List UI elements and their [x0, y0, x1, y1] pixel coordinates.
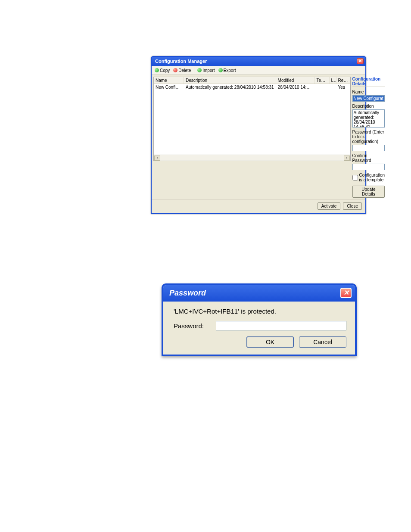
- pw-titlebar[interactable]: Password ✕: [163, 285, 355, 302]
- pw-body: 'LMC+IVC+Rot+IFB11' is protected. Passwo…: [163, 302, 355, 355]
- template-checkbox-row[interactable]: Configuration is a template: [352, 173, 385, 182]
- close-icon[interactable]: ✕: [357, 58, 364, 64]
- col-l[interactable]: L...: [330, 77, 336, 84]
- pw-message: 'LMC+IVC+Rot+IFB11' is protected.: [174, 308, 346, 315]
- col-template[interactable]: Templ...: [315, 77, 330, 84]
- cell-name: New Configuration: [154, 84, 184, 90]
- delete-button[interactable]: Delete: [172, 68, 192, 73]
- cm-titlebar[interactable]: Configuration Manager ✕: [152, 57, 365, 66]
- password-field[interactable]: [352, 145, 385, 151]
- copy-label: Copy: [160, 68, 170, 73]
- confirm-password-label: Confirm Password: [352, 153, 385, 163]
- table-row[interactable]: New Configuration Automatically generate…: [154, 84, 350, 90]
- configuration-details-panel: Configuration Details Name Description P…: [352, 77, 385, 198]
- config-grid[interactable]: Name Description Modified Templ... L... …: [153, 77, 351, 161]
- close-button[interactable]: Close: [343, 202, 362, 210]
- delete-label: Delete: [178, 68, 191, 73]
- password-label: Password (Enter to lock configuration): [352, 130, 385, 144]
- configuration-manager-window: Configuration Manager ✕ Copy Delete Impo…: [151, 56, 366, 214]
- confirm-password-field[interactable]: [352, 164, 385, 170]
- delete-icon: [173, 68, 177, 72]
- grid-header: Name Description Modified Templ... L... …: [154, 77, 350, 84]
- pw-input[interactable]: [216, 321, 346, 330]
- export-label: Export: [224, 68, 236, 73]
- cm-footer: Activate Close: [152, 199, 365, 213]
- template-checkbox[interactable]: [352, 175, 358, 180]
- update-details-button[interactable]: Update Details: [352, 186, 385, 198]
- col-read[interactable]: Read...: [336, 77, 350, 84]
- cm-toolbar: Copy Delete Import Export: [152, 66, 365, 75]
- name-label: Name: [352, 90, 385, 94]
- import-icon: [197, 68, 202, 72]
- copy-icon: [155, 68, 159, 72]
- pw-title-text: Password: [169, 289, 206, 298]
- cancel-button[interactable]: Cancel: [299, 336, 346, 348]
- col-description[interactable]: Description: [184, 77, 276, 84]
- cell-read: Yes: [336, 84, 350, 90]
- name-field[interactable]: [352, 95, 385, 102]
- horizontal-scrollbar[interactable]: ‹ ›: [154, 155, 350, 161]
- scroll-left-icon[interactable]: ‹: [154, 156, 160, 161]
- cm-title-text: Configuration Manager: [155, 59, 207, 64]
- description-field[interactable]: [352, 109, 385, 128]
- import-button[interactable]: Import: [196, 68, 216, 73]
- toolbar-separator: [194, 67, 194, 73]
- cell-template: [315, 84, 330, 90]
- export-button[interactable]: Export: [217, 68, 237, 73]
- pw-input-row: Password:: [174, 321, 346, 330]
- col-name[interactable]: Name: [154, 77, 184, 84]
- cm-body: Name Description Modified Templ... L... …: [152, 75, 365, 199]
- description-label: Description: [352, 104, 385, 109]
- details-title: Configuration Details: [352, 77, 385, 87]
- cell-modified: 28/04/2010 14:59:00: [276, 84, 315, 90]
- scroll-right-icon[interactable]: ›: [344, 156, 350, 161]
- pw-label: Password:: [174, 322, 211, 330]
- activate-button[interactable]: Activate: [318, 202, 341, 210]
- cell-description: Automatically generated: 28/04/2010 14:5…: [184, 84, 276, 90]
- import-label: Import: [202, 68, 215, 73]
- template-checkbox-label: Configuration is a template: [359, 173, 385, 182]
- copy-button[interactable]: Copy: [153, 68, 171, 73]
- export-icon: [218, 68, 223, 72]
- password-dialog: Password ✕ 'LMC+IVC+Rot+IFB11' is protec…: [162, 283, 357, 356]
- close-icon[interactable]: ✕: [340, 288, 352, 298]
- pw-button-row: OK Cancel: [174, 336, 346, 348]
- col-modified[interactable]: Modified: [276, 77, 315, 84]
- ok-button[interactable]: OK: [246, 336, 294, 348]
- cell-l: [330, 84, 336, 90]
